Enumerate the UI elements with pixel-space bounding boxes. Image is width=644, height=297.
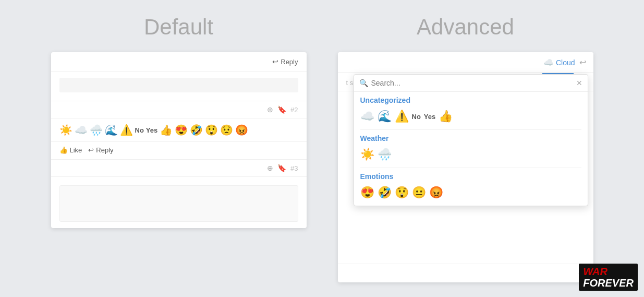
d-no-label[interactable]: No <box>412 113 421 121</box>
sad-emoji[interactable]: 😟 <box>220 124 233 136</box>
post-number-3: #3 <box>290 164 298 172</box>
warning-emoji[interactable]: ⚠️ <box>120 124 133 136</box>
cloud-emoji[interactable]: ☁️ <box>75 124 88 136</box>
d-layers-emoji[interactable]: 🌊 <box>378 110 392 123</box>
reply-button[interactable]: ↩ Reply <box>272 57 298 66</box>
thumbs-up-emoji[interactable]: 👍 <box>160 124 173 136</box>
reply-icon-2: ↩ <box>88 146 94 154</box>
share-icon[interactable]: ⊕ <box>267 105 273 114</box>
like-reply-row: 👍 Like ↩ Reply <box>51 142 307 160</box>
wow-emoji[interactable]: 😲 <box>205 124 218 136</box>
like-icon: 👍 <box>59 146 68 154</box>
adv-top-bar: ☁️ Cloud ↩ <box>338 52 593 73</box>
main-container: Default ↩ Reply ⊕ 🔖 #2 <box>0 4 644 293</box>
search-icon: 🔍 <box>359 79 368 87</box>
row2-meta: ⊕ 🔖 #2 <box>51 101 307 118</box>
reply-button-2[interactable]: ↩ Reply <box>88 146 113 154</box>
default-panel: ↩ Reply ⊕ 🔖 #2 ☀️ ☁️ � <box>51 52 307 228</box>
watermark-line2: FOREVER <box>583 277 634 289</box>
post-number-2: #2 <box>290 106 298 114</box>
d-angry[interactable]: 😡 <box>429 186 443 199</box>
row3-meta: ⊕ 🔖 #3 <box>51 160 307 177</box>
cloud-button[interactable]: ☁️ Cloud <box>543 57 575 67</box>
reply-icon-adv[interactable]: ↩ <box>579 57 586 67</box>
bookmark-icon-3[interactable]: 🔖 <box>277 164 286 172</box>
d-heart-eyes[interactable]: 😍 <box>360 186 374 199</box>
advanced-panel: ☁️ Cloud ↩ t sun 🔍 ✕ <box>338 52 593 282</box>
emotions-label: Emotions <box>360 172 581 181</box>
angry-emoji[interactable]: 😡 <box>235 124 248 136</box>
search-row: 🔍 ✕ <box>354 75 588 92</box>
d-sun-emoji[interactable]: ☀️ <box>360 148 374 161</box>
weather-section: Weather ☀️ 🌧️ <box>354 130 588 168</box>
d-like-emoji[interactable]: 👍 <box>439 110 453 123</box>
d-yes-label[interactable]: Yes <box>424 113 435 121</box>
d-warning-emoji[interactable]: ⚠️ <box>395 110 409 123</box>
no-label[interactable]: No <box>135 126 144 134</box>
search-dropdown: 🔍 ✕ Uncategorized ☁️ 🌊 ⚠️ No Yes <box>354 74 588 206</box>
advanced-section: Advanced ☁️ Cloud ↩ t sun <box>338 15 593 282</box>
emotions-emojis-row: 😍 🤣 😲 😐 😡 <box>360 184 581 204</box>
watermark: WAR FOREVER <box>579 264 638 291</box>
d-rofl[interactable]: 🤣 <box>378 186 392 199</box>
bookmark-icon[interactable]: 🔖 <box>277 105 286 114</box>
emotions-section: Emotions 😍 🤣 😲 😐 😡 <box>354 168 588 206</box>
d-rain-emoji[interactable]: 🌧️ <box>378 148 392 161</box>
d-cloud-emoji[interactable]: ☁️ <box>360 110 374 123</box>
uncategorized-label: Uncategorized <box>360 96 581 104</box>
comment-input-placeholder <box>59 78 298 92</box>
d-wow[interactable]: 😲 <box>395 186 409 199</box>
textarea-placeholder <box>59 185 298 222</box>
yes-label[interactable]: Yes <box>146 126 157 134</box>
like-button[interactable]: 👍 Like <box>59 146 82 154</box>
weather-label: Weather <box>360 134 581 142</box>
default-title: Default <box>144 15 213 40</box>
wave-emoji[interactable]: 🌊 <box>105 124 118 136</box>
search-clear-button[interactable]: ✕ <box>576 79 582 87</box>
watermark-line1: WAR <box>583 266 634 277</box>
d-neutral[interactable]: 😐 <box>412 186 426 199</box>
heart-eyes-emoji[interactable]: 😍 <box>175 124 188 136</box>
default-section: Default ↩ Reply ⊕ 🔖 #2 <box>51 15 307 228</box>
search-input[interactable] <box>371 79 573 87</box>
weather-emojis-row: ☀️ 🌧️ <box>360 146 581 165</box>
uncategorized-section: Uncategorized ☁️ 🌊 ⚠️ No Yes 👍 <box>354 92 588 129</box>
rofl-emoji[interactable]: 🤣 <box>190 124 203 136</box>
share-icon-3[interactable]: ⊕ <box>267 164 273 172</box>
sun-emoji[interactable]: ☀️ <box>59 124 72 136</box>
reply-row: ↩ Reply <box>51 52 307 72</box>
reply-icon: ↩ <box>272 57 278 66</box>
cloud-icon: ☁️ <box>543 57 554 67</box>
advanced-title: Advanced <box>417 15 514 40</box>
rain-emoji[interactable]: 🌧️ <box>90 124 103 136</box>
reactions-row: ☀️ ☁️ 🌧️ 🌊 ⚠️ No Yes 👍 😍 🤣 😲 😟 😡 <box>51 118 307 142</box>
uncategorized-emojis-row: ☁️ 🌊 ⚠️ No Yes 👍 <box>360 108 581 127</box>
